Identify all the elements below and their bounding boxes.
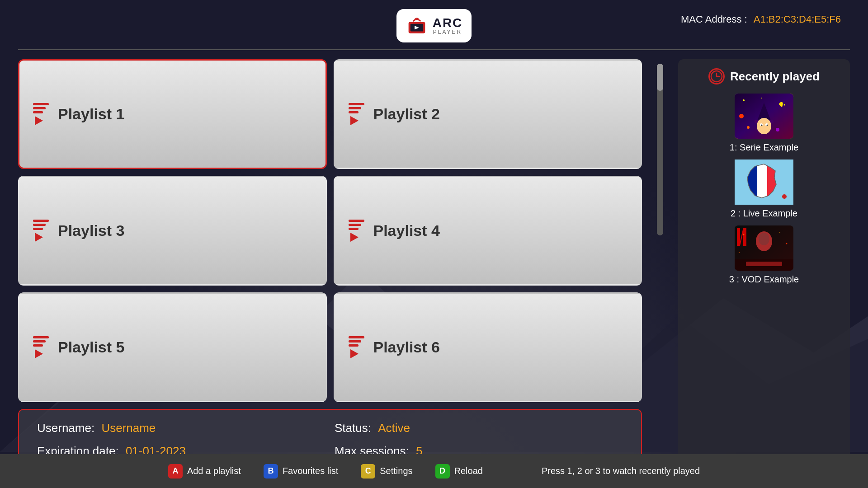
playlist-item-3[interactable]: Playlist 3 bbox=[18, 176, 327, 286]
playlist-icon-1 bbox=[33, 103, 49, 125]
recently-played-title: Recently played bbox=[730, 70, 820, 84]
logo-text: ARC PLAYER bbox=[433, 17, 463, 35]
svg-rect-24 bbox=[757, 164, 767, 200]
recently-thumbnail-1 bbox=[735, 94, 793, 139]
main-content: ARC PLAYER MAC Address : A1:B2:C3:D4:E5:… bbox=[0, 0, 868, 488]
header: ARC PLAYER MAC Address : A1:B2:C3:D4:E5:… bbox=[0, 0, 868, 47]
icon-line-2 bbox=[33, 340, 46, 343]
recently-item-1[interactable]: 1: Serie Example bbox=[687, 94, 841, 153]
playlist-item-6[interactable]: Playlist 6 bbox=[334, 292, 642, 402]
svg-point-32 bbox=[743, 234, 745, 235]
arc-logo-icon bbox=[406, 14, 428, 37]
settings-button[interactable]: C Settings bbox=[361, 464, 412, 479]
add-playlist-button[interactable]: A Add a playlist bbox=[168, 464, 241, 479]
recently-played-header: Recently played bbox=[708, 68, 820, 84]
settings-label: Settings bbox=[380, 466, 412, 476]
playlist-item-4[interactable]: Playlist 4 bbox=[334, 176, 642, 286]
svg-point-14 bbox=[757, 118, 771, 134]
icon-line-1 bbox=[349, 103, 364, 105]
play-arrow-icon bbox=[350, 116, 359, 125]
recently-label-1: 1: Serie Example bbox=[730, 142, 798, 153]
btn-c-badge: C bbox=[361, 464, 375, 479]
playlist-name-2: Playlist 2 bbox=[373, 105, 440, 123]
recently-item-2[interactable]: 2 : Live Example bbox=[687, 160, 841, 219]
recently-thumbnail-2 bbox=[735, 160, 793, 205]
mac-address-display: MAC Address : A1:B2:C3:D4:E5:F6 bbox=[681, 14, 841, 25]
btn-d-badge: D bbox=[435, 464, 450, 479]
play-arrow-icon bbox=[35, 116, 43, 125]
playlist-grid: Playlist 1 Playlist 2 bbox=[18, 59, 642, 402]
status-row: Status: Active bbox=[335, 421, 623, 435]
svg-point-33 bbox=[779, 232, 780, 233]
playlist-icon-3 bbox=[33, 220, 49, 242]
play-arrow-icon bbox=[35, 349, 43, 358]
icon-line-3 bbox=[349, 111, 359, 113]
recently-label-2: 2 : Live Example bbox=[731, 208, 797, 219]
recently-item-3[interactable]: 3 : VOD Example bbox=[687, 225, 841, 285]
status-label: Status: bbox=[335, 421, 371, 435]
add-playlist-label: Add a playlist bbox=[187, 466, 241, 476]
favourites-label: Favourites list bbox=[283, 466, 338, 476]
icon-line-2 bbox=[33, 224, 46, 226]
icon-line-1 bbox=[349, 336, 364, 338]
icon-line-3 bbox=[349, 228, 359, 230]
playlist-icon-6 bbox=[349, 336, 364, 358]
svg-point-10 bbox=[784, 104, 785, 106]
svg-point-26 bbox=[782, 194, 787, 199]
recently-label-3: 3 : VOD Example bbox=[729, 274, 799, 285]
icon-line-3 bbox=[33, 228, 43, 230]
icon-line-3 bbox=[33, 344, 43, 347]
svg-point-19 bbox=[747, 126, 750, 129]
mac-label: MAC Address : bbox=[681, 14, 747, 25]
btn-a-badge: A bbox=[168, 464, 183, 479]
recently-thumbnail-3 bbox=[735, 225, 793, 271]
playlist-name-3: Playlist 3 bbox=[58, 222, 124, 239]
clock-icon bbox=[708, 68, 725, 84]
favourites-button[interactable]: B Favourites list bbox=[264, 464, 338, 479]
svg-point-11 bbox=[761, 98, 762, 99]
scrollbar-thumb[interactable] bbox=[657, 64, 663, 91]
play-arrow-icon bbox=[35, 233, 43, 242]
reload-label: Reload bbox=[454, 466, 483, 476]
left-area: Playlist 1 Playlist 2 bbox=[18, 59, 642, 475]
scrollbar-track[interactable] bbox=[657, 64, 663, 235]
svg-point-9 bbox=[743, 99, 745, 101]
logo-container: ARC PLAYER bbox=[396, 9, 472, 42]
icon-line-2 bbox=[349, 224, 361, 226]
logo-arc-text: ARC bbox=[433, 17, 463, 29]
icon-line-1 bbox=[33, 103, 49, 105]
reload-button[interactable]: D Reload bbox=[435, 464, 483, 479]
playlist-icon-2 bbox=[349, 103, 364, 125]
play-arrow-icon bbox=[350, 349, 359, 358]
svg-point-29 bbox=[759, 233, 769, 245]
icon-line-1 bbox=[33, 220, 49, 222]
icon-line-2 bbox=[33, 107, 46, 109]
bottom-hint-text: Press 1, 2 or 3 to watch recently played bbox=[542, 466, 700, 476]
playlist-icon-4 bbox=[349, 220, 364, 242]
icon-line-3 bbox=[33, 111, 43, 113]
playlist-name-6: Playlist 6 bbox=[373, 338, 440, 356]
icon-line-1 bbox=[349, 220, 364, 222]
playlist-item-5[interactable]: Playlist 5 bbox=[18, 292, 327, 402]
svg-point-35 bbox=[739, 252, 740, 253]
playlist-item-1[interactable]: Playlist 1 bbox=[18, 59, 327, 169]
svg-point-21 bbox=[739, 114, 744, 118]
play-arrow-icon bbox=[350, 233, 359, 242]
playlist-item-2[interactable]: Playlist 2 bbox=[334, 59, 642, 169]
mac-value: A1:B2:C3:D4:E5:F6 bbox=[754, 14, 841, 25]
icon-line-2 bbox=[349, 107, 361, 109]
bottom-bar: A Add a playlist B Favourites list C Set… bbox=[0, 454, 868, 488]
logo-player-text: PLAYER bbox=[433, 29, 463, 35]
svg-point-17 bbox=[761, 125, 763, 126]
username-label: Username: bbox=[37, 421, 94, 435]
icon-line-1 bbox=[33, 336, 49, 338]
icon-line-2 bbox=[349, 340, 361, 343]
recently-played-panel: Recently played bbox=[678, 59, 850, 470]
playlist-icon-5 bbox=[33, 336, 49, 358]
playlist-name-1: Playlist 1 bbox=[58, 105, 124, 123]
svg-point-34 bbox=[786, 243, 788, 244]
header-divider bbox=[18, 49, 850, 50]
logo-box: ARC PLAYER bbox=[396, 9, 472, 42]
svg-point-18 bbox=[767, 125, 768, 126]
svg-rect-31 bbox=[746, 262, 782, 266]
